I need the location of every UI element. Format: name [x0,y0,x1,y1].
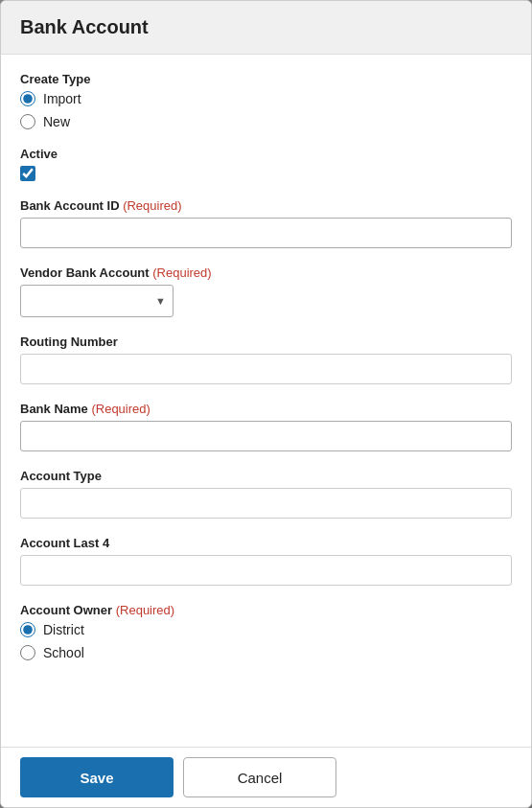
vendor-bank-account-label: Vendor Bank Account (Required) [20,265,512,280]
account-owner-required: (Required) [116,603,174,617]
active-checkbox[interactable] [20,166,35,181]
vendor-bank-account-group: Vendor Bank Account (Required) [20,265,512,317]
bank-account-id-group: Bank Account ID (Required) [20,198,512,248]
routing-number-label: Routing Number [20,335,512,349]
bank-name-required: (Required) [91,402,150,416]
routing-number-group: Routing Number [20,335,512,384]
account-type-label: Account Type [20,469,512,483]
import-radio-label: Import [43,91,81,106]
page-title: Bank Account [20,16,149,37]
active-label: Active [20,147,512,161]
bank-account-id-input[interactable] [20,218,512,248]
routing-number-input[interactable] [20,354,512,384]
create-type-radio-group: Import New [20,91,512,129]
account-last4-input[interactable] [20,555,512,586]
import-radio[interactable] [20,91,35,106]
account-owner-radio-group: District School [20,622,512,660]
save-button[interactable]: Save [20,757,173,797]
vendor-bank-account-select-wrapper [20,285,173,317]
active-group: Active [20,147,512,181]
create-type-label: Create Type [20,72,512,86]
new-radio-label: New [43,114,70,129]
account-last4-group: Account Last 4 [20,536,512,586]
modal-container: Bank Account Create Type Import New Acti… [0,0,532,808]
bank-account-id-label: Bank Account ID (Required) [20,198,512,213]
bank-account-id-required: (Required) [123,198,181,213]
district-radio-label: District [43,622,84,637]
create-type-group: Create Type Import New [20,72,512,129]
bank-name-label: Bank Name (Required) [20,402,512,416]
district-radio-item[interactable]: District [20,622,512,637]
account-last4-label: Account Last 4 [20,536,512,550]
vendor-bank-account-required: (Required) [152,265,211,280]
account-owner-group: Account Owner (Required) District School [20,603,512,660]
account-type-input[interactable] [20,488,512,519]
account-type-group: Account Type [20,469,512,519]
vendor-bank-account-select[interactable] [20,285,173,317]
modal-body: Create Type Import New Active Ba [1,55,531,747]
school-radio-label: School [43,645,84,660]
school-radio-item[interactable]: School [20,645,512,660]
import-radio-item[interactable]: Import [20,91,512,106]
new-radio[interactable] [20,114,35,129]
modal-footer: Save Cancel [1,747,531,807]
cancel-button[interactable]: Cancel [183,757,336,797]
account-owner-label: Account Owner (Required) [20,603,512,617]
bank-name-group: Bank Name (Required) [20,402,512,451]
active-checkbox-item[interactable] [20,166,512,181]
bank-name-input[interactable] [20,421,512,451]
modal-header: Bank Account [1,1,531,55]
new-radio-item[interactable]: New [20,114,512,129]
school-radio[interactable] [20,645,35,660]
district-radio[interactable] [20,622,35,637]
